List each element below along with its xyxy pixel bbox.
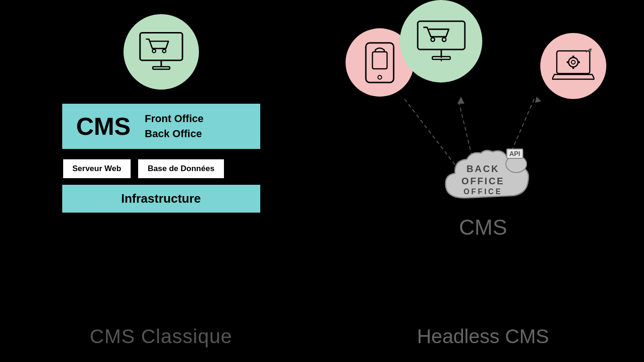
svg-point-13 — [378, 75, 382, 79]
svg-rect-0 — [140, 33, 182, 61]
svg-point-1 — [152, 49, 156, 53]
front-office-label: Front Office — [145, 113, 204, 125]
back-office-label: Back Office — [145, 128, 204, 140]
svg-rect-11 — [366, 43, 394, 82]
desktop-circle — [400, 0, 482, 82]
monitor-cart-icon — [138, 31, 185, 73]
svg-point-21 — [569, 58, 578, 67]
svg-rect-26 — [578, 61, 580, 63]
svg-rect-24 — [572, 66, 574, 69]
cloud-shape: API BACK OFFICE OFFICE — [436, 146, 530, 207]
right-panel: API BACK OFFICE OFFICE CMS Headless CMS — [322, 0, 644, 362]
svg-point-22 — [571, 60, 575, 64]
svg-point-15 — [431, 38, 435, 41]
svg-point-16 — [442, 38, 446, 41]
svg-rect-14 — [418, 21, 465, 49]
laptop-circle — [540, 33, 606, 99]
svg-rect-4 — [153, 67, 170, 69]
base-donnees-box: Base de Données — [137, 158, 225, 179]
svg-point-2 — [162, 49, 165, 53]
cms-classique-title: CMS Classique — [90, 325, 232, 348]
svg-rect-23 — [572, 56, 574, 58]
infrastructure-box: Infrastructure — [62, 185, 260, 213]
cms-main-box: CMS Front Office Back Office — [62, 104, 260, 149]
svg-rect-12 — [372, 52, 387, 69]
desktop-cart-icon — [415, 19, 467, 64]
left-panel: CMS Front Office Back Office Serveur Web… — [0, 0, 322, 362]
cms-label: CMS — [76, 112, 131, 140]
monitor-circle-left — [124, 14, 199, 90]
cms-headless-label: CMS — [459, 214, 507, 240]
svg-rect-20 — [557, 51, 590, 74]
api-badge: API — [506, 148, 523, 159]
svg-rect-25 — [567, 61, 569, 63]
cms-sub-labels: Front Office Back Office — [145, 113, 204, 140]
server-row: Serveur Web Base de Données — [62, 158, 260, 179]
phone-icon — [362, 41, 397, 84]
headless-cms-title: Headless CMS — [417, 325, 549, 348]
top-icons-row — [322, 0, 644, 123]
office-text: OFFICE — [462, 187, 504, 197]
serveur-web-box: Serveur Web — [62, 158, 132, 179]
laptop-icon — [552, 49, 594, 84]
cloud-container: API BACK OFFICE OFFICE — [436, 146, 530, 207]
cloud-text: BACK OFFICE OFFICE — [462, 163, 504, 197]
